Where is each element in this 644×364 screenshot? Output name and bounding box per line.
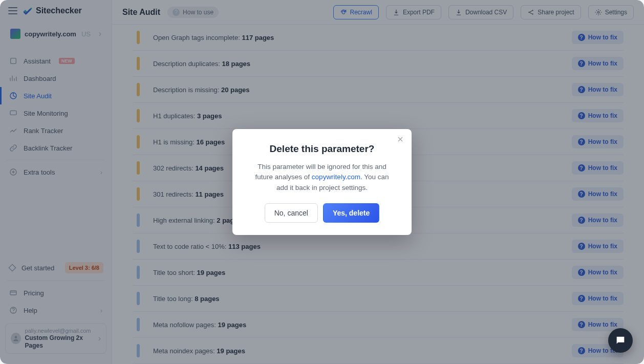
confirm-delete-button[interactable]: Yes, delete: [323, 203, 379, 223]
cancel-button[interactable]: No, cancel: [265, 203, 318, 223]
delete-parameter-modal: Delete this parameter? This parameter wi…: [232, 129, 412, 235]
close-button[interactable]: [396, 135, 404, 143]
chat-icon: [615, 335, 626, 346]
close-icon: [396, 135, 404, 143]
modal-overlay[interactable]: Delete this parameter? This parameter wi…: [0, 0, 644, 364]
modal-domain-link[interactable]: copywritely.com: [312, 173, 360, 181]
modal-title: Delete this parameter?: [246, 143, 398, 155]
chat-fab[interactable]: [608, 328, 633, 353]
modal-body: This parameter will be ignored for this …: [246, 162, 398, 203]
